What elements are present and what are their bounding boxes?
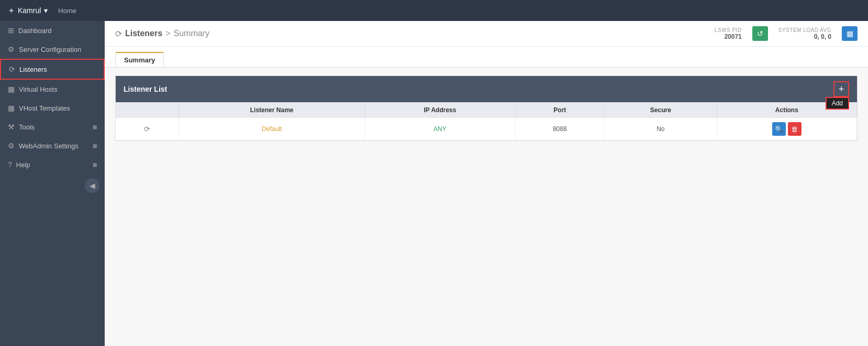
sidebar-item-label: Server Configuration	[19, 46, 81, 53]
sidebar-item-label: Virtual Hosts	[19, 85, 57, 93]
table-head: Listener Name IP Address Port Secure Act…	[116, 102, 857, 118]
sidebar-item-vhost-templates[interactable]: ▦ VHost Templates	[0, 99, 105, 117]
breadcrumb: ⟳ Listeners > Summary	[115, 29, 209, 39]
webadmin-icon: ⚙	[8, 142, 15, 150]
breadcrumb-title: Listeners	[125, 29, 162, 38]
brand-name: Kamrul	[18, 6, 41, 15]
sidebar-toggle[interactable]: ◀	[0, 174, 105, 197]
table-header-row: Listener Name IP Address Port Secure Act…	[116, 102, 857, 118]
tab-summary[interactable]: Summary	[115, 52, 164, 67]
breadcrumb-sub: Summary	[173, 29, 209, 38]
tools-expand-icon: ⊞	[93, 124, 97, 130]
col-ip-address: IP Address	[365, 102, 515, 118]
col-listener-name: Listener Name	[179, 102, 364, 118]
help-expand-icon: ⊞	[93, 162, 97, 168]
add-button[interactable]: +	[833, 81, 849, 97]
sidebar-item-virtual-hosts[interactable]: ▦ Virtual Hosts	[0, 80, 105, 99]
sidebar-item-label: Help	[16, 161, 30, 169]
view-button[interactable]: 🔍	[772, 122, 786, 136]
row-icon-cell: ⟳	[116, 118, 179, 140]
sidebar-item-listeners[interactable]: ⟳ Listeners	[0, 59, 105, 80]
vhost-templates-icon: ▦	[8, 104, 15, 112]
system-load-value: 0, 0, 0	[814, 33, 831, 40]
row-listener-name: Default	[179, 118, 364, 140]
content-area: Listener List + Add Listener Name IP Add…	[105, 68, 868, 346]
webadmin-expand-icon: ⊞	[93, 143, 97, 149]
delete-button[interactable]: 🗑	[788, 122, 802, 136]
add-button-wrapper: + Add	[833, 81, 849, 97]
col-secure: Secure	[605, 102, 717, 118]
sidebar-item-label: WebAdmin Settings	[19, 142, 79, 150]
table-row: ⟳ Default ANY 8088 No 🔍	[116, 118, 857, 140]
add-button-label: Add	[826, 97, 849, 110]
sidebar-item-help[interactable]: ? Help ⊞	[0, 155, 105, 174]
sidebar-item-label: VHost Templates	[19, 104, 70, 112]
breadcrumb-icon: ⟳	[115, 29, 122, 39]
sidebar-collapse-button[interactable]: ◀	[85, 178, 99, 193]
help-icon: ?	[8, 160, 12, 169]
dashboard-icon: ⊞	[8, 26, 14, 35]
listeners-icon: ⟳	[9, 65, 15, 73]
server-config-icon: ⚙	[8, 45, 15, 53]
sidebar-item-dashboard[interactable]: ⊞ Dashboard	[0, 21, 105, 40]
tab-bar: Summary	[105, 47, 868, 68]
system-load-label: SYSTEM LOAD AVG	[778, 27, 831, 33]
ip-address-link[interactable]: ANY	[433, 125, 447, 133]
top-navigation: ✦ Kamrul ▾ Home	[0, 0, 868, 21]
lsws-pid-value: 20071	[724, 33, 741, 40]
row-ip-address: ANY	[365, 118, 515, 140]
lsws-pid-block: LSWS PID 20071	[715, 27, 742, 40]
col-icon	[116, 102, 179, 118]
sidebar-item-tools[interactable]: ⚒ Tools ⊞	[0, 117, 105, 136]
table-header: Listener List + Add	[116, 76, 857, 102]
brand[interactable]: ✦ Kamrul ▾	[8, 6, 48, 16]
sidebar-item-server-configuration[interactable]: ⚙ Server Configuration	[0, 40, 105, 59]
reload-button[interactable]: ↺	[752, 26, 768, 41]
listener-name-link[interactable]: Default	[262, 125, 282, 133]
sidebar-item-label: Dashboard	[18, 27, 52, 35]
chart-button[interactable]: ▦	[842, 26, 858, 41]
row-port: 8088	[515, 118, 605, 140]
header-bar: ⟳ Listeners > Summary LSWS PID 20071 ↺ S…	[105, 21, 868, 47]
listener-list-section: Listener List + Add Listener Name IP Add…	[115, 75, 858, 141]
main-content: ⟳ Listeners > Summary LSWS PID 20071 ↺ S…	[105, 21, 868, 346]
brand-icon: ✦	[8, 6, 15, 16]
table-title: Listener List	[124, 85, 167, 93]
virtual-hosts-icon: ▦	[8, 85, 15, 93]
row-actions: 🔍 🗑	[717, 118, 856, 140]
sidebar-item-webadmin-settings[interactable]: ⚙ WebAdmin Settings ⊞	[0, 136, 105, 155]
sidebar: ⊞ Dashboard ⚙ Server Configuration ⟳ Lis…	[0, 21, 105, 346]
brand-arrow-icon: ▾	[44, 6, 48, 15]
row-secure: No	[605, 118, 717, 140]
lsws-pid-label: LSWS PID	[715, 27, 742, 33]
header-stats: LSWS PID 20071 ↺ SYSTEM LOAD AVG 0, 0, 0…	[715, 26, 858, 41]
breadcrumb-separator: >	[165, 29, 170, 38]
home-label: Home	[58, 7, 76, 15]
system-load-block: SYSTEM LOAD AVG 0, 0, 0	[778, 27, 831, 40]
sidebar-item-label: Listeners	[19, 66, 47, 73]
table-body: ⟳ Default ANY 8088 No 🔍	[116, 118, 857, 140]
col-port: Port	[515, 102, 605, 118]
listener-table: Listener Name IP Address Port Secure Act…	[116, 102, 857, 140]
tools-icon: ⚒	[8, 123, 15, 131]
action-buttons: 🔍 🗑	[724, 122, 850, 136]
sidebar-item-label: Tools	[19, 123, 35, 131]
